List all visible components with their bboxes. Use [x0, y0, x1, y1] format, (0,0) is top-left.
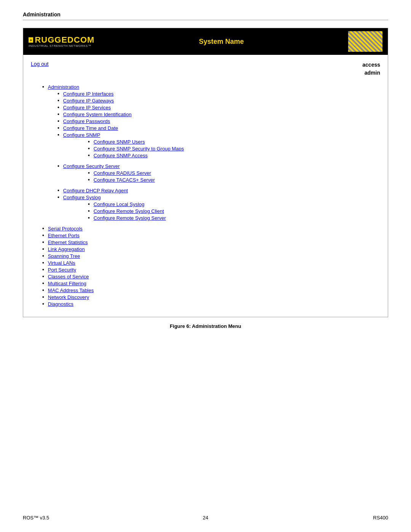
logo-area: + RUGGEDCOM INDUSTRIAL STRENGTH NETWORKS… [29, 35, 94, 48]
list-item: Multicast Filtering [42, 280, 380, 286]
list-item: Configure Time and Date [57, 125, 380, 131]
menu-link-spanning-tree[interactable]: Spanning Tree [48, 253, 80, 259]
menu-link-configure-snmp-users[interactable]: Configure SNMP Users [94, 139, 145, 145]
list-item: Configure Local Syslog [88, 201, 380, 207]
bullet-icon [57, 187, 62, 193]
list-item: Configure TACACS+ Server [88, 177, 380, 183]
list-item: Configure IP Gateways [57, 97, 380, 104]
bullet-icon [42, 273, 46, 280]
list-item: Virtual LANs [42, 260, 380, 266]
page-wrapper: Administration + RUGGEDCOM INDUSTRIAL ST… [0, 0, 411, 363]
list-item: Serial Protocols [42, 225, 380, 232]
bullet-icon [57, 118, 62, 124]
menu-link-serial-protocols[interactable]: Serial Protocols [48, 226, 83, 232]
menu-link-configure-snmp-access[interactable]: Configure SNMP Access [94, 153, 148, 158]
bullet-icon [57, 97, 62, 104]
bullet-icon [42, 287, 46, 293]
menu-link-configure-security-server[interactable]: Configure Security Server [63, 163, 120, 169]
menu-link-configure-system-identification[interactable]: Configure System Identification [63, 112, 132, 117]
list-item: Configure Security Server Configure RADI… [57, 163, 380, 183]
access-label: access [362, 62, 380, 68]
menu-link-configure-radius[interactable]: Configure RADIUS Server [94, 170, 151, 176]
list-item: Configure SNMP Users [88, 139, 380, 145]
menu-link-configure-ip-services[interactable]: Configure IP Services [63, 105, 111, 110]
menu-link-configure-time-and-date[interactable]: Configure Time and Date [63, 125, 118, 131]
access-info: access admin [362, 61, 380, 77]
list-item: Configure System Identification [57, 111, 380, 117]
bullet-icon [42, 267, 46, 273]
list-item: MAC Address Tables [42, 287, 380, 293]
list-item: Port Security [42, 267, 380, 273]
menu-link-classes-of-service[interactable]: Classes of Service [48, 274, 89, 280]
content-area: Log out access admin Administration [23, 55, 388, 317]
menu-level-2-admin: Configure IP Interfaces Configure IP Gat… [42, 91, 380, 221]
footer-left: ROS™ v3.5 [23, 515, 49, 521]
menu-link-configure-local-syslog[interactable]: Configure Local Syslog [94, 201, 145, 207]
menu-link-administration[interactable]: Administration [48, 84, 79, 90]
menu-link-virtual-lans[interactable]: Virtual LANs [48, 260, 75, 266]
list-item: Diagnostics [42, 301, 380, 307]
bullet-icon [88, 177, 92, 183]
hatch-pattern [348, 31, 382, 52]
bullet-icon [42, 84, 46, 90]
list-item: Configure SNMP Security to Group Maps [88, 145, 380, 152]
menu-link-configure-snmp[interactable]: Configure SNMP [63, 132, 100, 138]
list-item: Classes of Service [42, 273, 380, 280]
logout-link[interactable]: Log out [31, 61, 49, 67]
system-name: System Name [94, 38, 348, 46]
menu-link-ethernet-statistics[interactable]: Ethernet Statistics [48, 240, 88, 245]
list-item: Administration Configure IP Interfaces C… [42, 84, 380, 221]
bullet-icon [88, 208, 92, 214]
menu-link-diagnostics[interactable]: Diagnostics [48, 301, 73, 307]
menu-link-network-discovery[interactable]: Network Discovery [48, 294, 89, 300]
menu-link-configure-ip-interfaces[interactable]: Configure IP Interfaces [63, 91, 114, 97]
menu-link-configure-dhcp[interactable]: Configure DHCP Relay Agent [63, 188, 128, 193]
bullet-icon [88, 170, 92, 176]
menu-link-port-security[interactable]: Port Security [48, 267, 76, 273]
menu-link-configure-tacacs[interactable]: Configure TACACS+ Server [94, 177, 155, 183]
menu-tree: Administration Configure IP Interfaces C… [31, 84, 380, 307]
bullet-icon [42, 294, 46, 300]
bullet-icon [88, 145, 92, 152]
bullet-icon [42, 253, 46, 259]
menu-link-link-aggregation[interactable]: Link Aggregation [48, 246, 85, 252]
menu-level-3-syslog: Configure Local Syslog Configure Remote … [57, 201, 380, 221]
menu-level-3-snmp: Configure SNMP Users Configure SNMP Secu… [57, 139, 380, 158]
bullet-icon [42, 232, 46, 238]
menu-link-configure-ip-gateways[interactable]: Configure IP Gateways [63, 98, 114, 104]
menu-link-mac-address-tables[interactable]: MAC Address Tables [48, 288, 94, 293]
menu-link-configure-passwords[interactable]: Configure Passwords [63, 118, 110, 124]
menu-level-1: Administration Configure IP Interfaces C… [42, 84, 380, 307]
list-item: Link Aggregation [42, 246, 380, 252]
bullet-icon [42, 225, 46, 232]
footer-center: 24 [203, 515, 208, 521]
figure-caption: Figure 6: Administration Menu [23, 323, 388, 329]
bullet-icon [88, 201, 92, 207]
list-item: Configure Remote Syslog Client [88, 208, 380, 214]
menu-link-multicast-filtering[interactable]: Multicast Filtering [48, 281, 86, 286]
bullet-icon [88, 139, 92, 145]
list-item: Configure RADIUS Server [88, 170, 380, 176]
bullet-icon [57, 132, 62, 138]
page-footer: ROS™ v3.5 24 RS400 [23, 515, 388, 521]
list-item: Configure Remote Syslog Server [88, 215, 380, 221]
list-item: Configure Passwords [57, 118, 380, 124]
bullet-icon [57, 194, 62, 200]
list-item: Configure SNMP Configure SNMP Users Conf… [57, 132, 380, 158]
menu-link-configure-remote-syslog-server[interactable]: Configure Remote Syslog Server [94, 215, 166, 221]
menu-link-configure-syslog[interactable]: Configure Syslog [63, 195, 101, 200]
list-item: Configure Syslog Configure Local Syslog … [57, 194, 380, 221]
bullet-icon [57, 163, 62, 169]
bullet-icon [42, 246, 46, 252]
bullet-icon [57, 125, 62, 131]
menu-link-configure-remote-syslog-client[interactable]: Configure Remote Syslog Client [94, 208, 164, 214]
list-item: Network Discovery [42, 294, 380, 300]
menu-link-ethernet-ports[interactable]: Ethernet Ports [48, 233, 80, 238]
list-item: Spanning Tree [42, 253, 380, 259]
menu-link-configure-snmp-security[interactable]: Configure SNMP Security to Group Maps [94, 146, 184, 152]
list-item: Configure DHCP Relay Agent [57, 187, 380, 193]
admin-label: admin [365, 70, 380, 76]
logo-icon: + [29, 37, 33, 43]
page-header: Administration [23, 11, 388, 20]
list-item: Configure IP Interfaces [57, 91, 380, 97]
